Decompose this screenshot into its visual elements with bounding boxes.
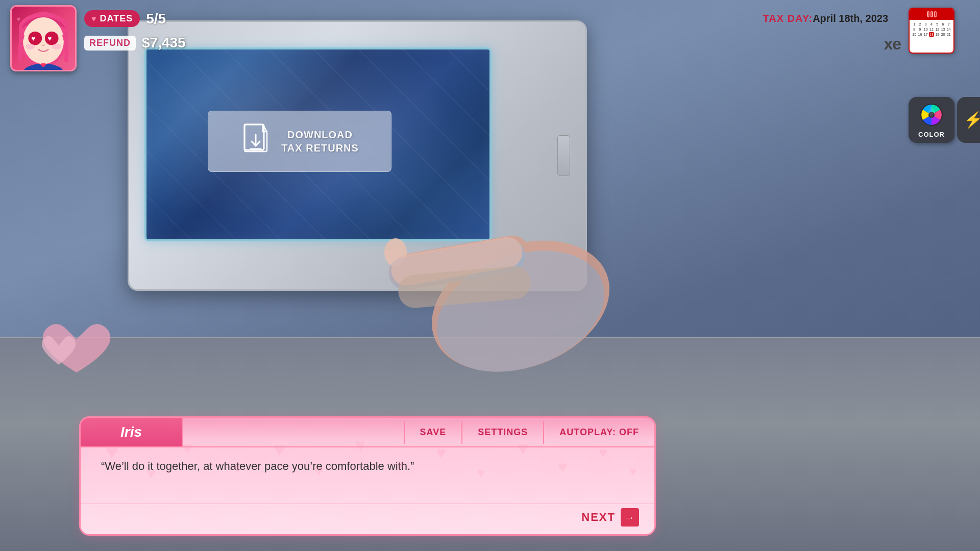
spiral-2 bbox=[930, 11, 933, 17]
color-app-icon[interactable]: COLOR bbox=[909, 97, 954, 143]
dialog-footer: NEXT → bbox=[81, 504, 654, 534]
cal-day: 1 bbox=[912, 22, 917, 27]
cal-day: 7 bbox=[946, 22, 951, 27]
download-tax-returns-button[interactable]: DOWNLOAD TAX RETURNS bbox=[208, 111, 391, 172]
cal-day: 6 bbox=[940, 22, 945, 27]
color-app-logo-icon bbox=[919, 102, 944, 128]
next-button[interactable]: NEXT → bbox=[581, 508, 639, 527]
cal-day: 9 bbox=[917, 27, 922, 32]
tablet-screen: DOWNLOAD TAX RETURNS bbox=[144, 47, 492, 241]
color-app-label-text: COLOR bbox=[918, 131, 945, 138]
cal-day: 13 bbox=[940, 27, 945, 32]
next-label: NEXT bbox=[581, 511, 616, 524]
tablet-device: DOWNLOAD TAX RETURNS bbox=[128, 20, 587, 291]
dialog-text: “We’ll do it together, at whatever pace … bbox=[101, 458, 634, 474]
next-arrow-icon: → bbox=[621, 508, 639, 527]
dialog-controls: SAVE SETTINGS AUTOPLAY: OFF bbox=[183, 418, 654, 446]
cal-day: 20 bbox=[940, 32, 945, 37]
spiral-1 bbox=[927, 11, 929, 17]
cal-day: 15 bbox=[912, 32, 917, 37]
cal-day-today: 18 bbox=[929, 32, 934, 37]
dialog-text-area: “We’ll do it together, at whatever pace … bbox=[81, 447, 654, 498]
download-file-icon bbox=[240, 123, 271, 159]
character-name-tab: Iris bbox=[81, 418, 183, 446]
cal-day: 14 bbox=[946, 27, 951, 32]
cal-day: 12 bbox=[935, 27, 940, 32]
cal-day: 2 bbox=[917, 22, 922, 27]
tablet-side-button bbox=[557, 135, 570, 176]
calendar-header bbox=[910, 9, 953, 20]
partial-app-icon: ⚡ bbox=[957, 97, 980, 143]
cal-day: 3 bbox=[923, 22, 928, 27]
cal-day: 17 bbox=[923, 32, 928, 37]
settings-button[interactable]: SETTINGS bbox=[461, 421, 543, 444]
dialog-box: ♥ ♥ ♥ ♥ ♥ ♥ ♥ ♥ ♥ ♥ ♥ ♥ ♥ ♥ Iris SAVE SE… bbox=[79, 416, 656, 536]
svg-rect-0 bbox=[244, 124, 264, 150]
autoplay-button[interactable]: AUTOPLAY: OFF bbox=[543, 421, 654, 444]
cal-day: 5 bbox=[935, 22, 940, 27]
spiral-3 bbox=[934, 11, 937, 17]
svg-text:⚡: ⚡ bbox=[964, 111, 981, 129]
cal-day: 19 bbox=[935, 32, 940, 37]
cal-day: 8 bbox=[912, 27, 917, 32]
calendar-body: 1 2 3 4 5 6 7 8 9 10 11 12 13 14 15 16 1… bbox=[910, 20, 953, 39]
download-button-text: DOWNLOAD TAX RETURNS bbox=[281, 128, 359, 155]
cal-day: 4 bbox=[929, 22, 934, 27]
cal-day: 11 bbox=[929, 27, 934, 32]
dialog-header: Iris SAVE SETTINGS AUTOPLAY: OFF bbox=[81, 418, 654, 447]
save-button[interactable]: SAVE bbox=[404, 421, 462, 444]
calendar-widget: 1 2 3 4 5 6 7 8 9 10 11 12 13 14 15 16 1… bbox=[909, 8, 954, 54]
cal-day: 21 bbox=[946, 32, 951, 37]
cal-day: 10 bbox=[923, 27, 928, 32]
cal-day: 16 bbox=[917, 32, 922, 37]
